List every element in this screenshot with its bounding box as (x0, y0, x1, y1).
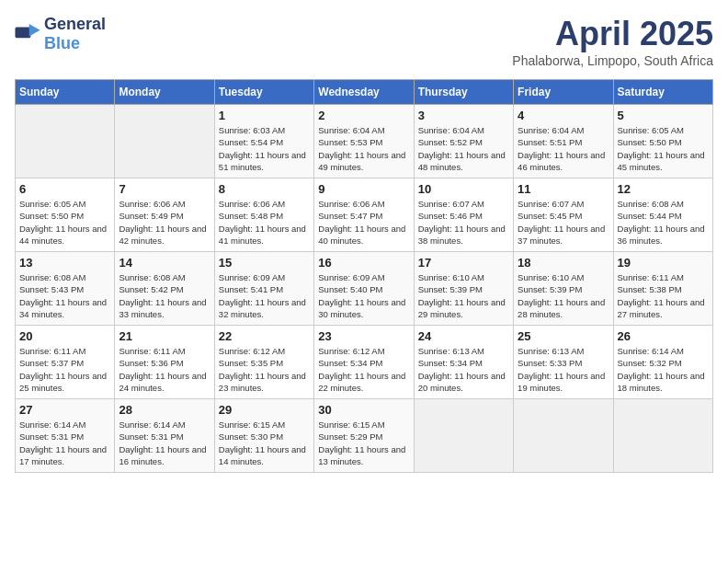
calendar-cell: 14 Sunrise: 6:08 AM Sunset: 5:42 PM Dayl… (115, 252, 214, 326)
calendar-cell: 12 Sunrise: 6:08 AM Sunset: 5:44 PM Dayl… (613, 178, 712, 252)
day-number: 29 (219, 403, 310, 417)
day-detail: Sunrise: 6:04 AM Sunset: 5:51 PM Dayligh… (518, 124, 609, 173)
day-detail: Sunrise: 6:14 AM Sunset: 5:32 PM Dayligh… (618, 345, 709, 394)
page-header: General Blue April 2025 Phalaborwa, Limp… (15, 15, 713, 68)
weekday-header-tuesday: Tuesday (214, 80, 313, 105)
calendar-cell: 19 Sunrise: 6:11 AM Sunset: 5:38 PM Dayl… (613, 252, 712, 326)
calendar-cell: 22 Sunrise: 6:12 AM Sunset: 5:35 PM Dayl… (214, 326, 313, 399)
week-row-5: 27 Sunrise: 6:14 AM Sunset: 5:31 PM Dayl… (16, 399, 713, 473)
calendar-cell: 16 Sunrise: 6:09 AM Sunset: 5:40 PM Dayl… (314, 252, 414, 326)
day-detail: Sunrise: 6:08 AM Sunset: 5:42 PM Dayligh… (119, 271, 210, 320)
logo: General Blue (15, 15, 106, 53)
day-number: 24 (418, 329, 509, 343)
weekday-header-thursday: Thursday (414, 80, 513, 105)
day-number: 13 (19, 256, 110, 270)
day-detail: Sunrise: 6:11 AM Sunset: 5:36 PM Dayligh… (119, 345, 210, 394)
day-number: 25 (518, 329, 609, 343)
day-detail: Sunrise: 6:09 AM Sunset: 5:41 PM Dayligh… (219, 271, 310, 320)
month-title: April 2025 (512, 15, 713, 53)
calendar-cell: 18 Sunrise: 6:10 AM Sunset: 5:39 PM Dayl… (514, 252, 613, 326)
location-subtitle: Phalaborwa, Limpopo, South Africa (512, 53, 713, 68)
calendar-cell: 26 Sunrise: 6:14 AM Sunset: 5:32 PM Dayl… (613, 326, 712, 399)
day-number: 27 (19, 403, 110, 417)
day-number: 19 (618, 256, 709, 270)
calendar-cell: 10 Sunrise: 6:07 AM Sunset: 5:46 PM Dayl… (414, 178, 513, 252)
day-detail: Sunrise: 6:15 AM Sunset: 5:30 PM Dayligh… (219, 419, 310, 467)
calendar-cell: 28 Sunrise: 6:14 AM Sunset: 5:31 PM Dayl… (115, 399, 214, 473)
calendar-cell: 1 Sunrise: 6:03 AM Sunset: 5:54 PM Dayli… (214, 105, 313, 178)
day-number: 28 (119, 403, 210, 417)
calendar-cell (414, 399, 513, 473)
calendar-header: SundayMondayTuesdayWednesdayThursdayFrid… (16, 80, 713, 105)
calendar-cell: 25 Sunrise: 6:13 AM Sunset: 5:33 PM Dayl… (514, 326, 613, 399)
day-number: 17 (418, 256, 509, 270)
calendar-cell: 2 Sunrise: 6:04 AM Sunset: 5:53 PM Dayli… (314, 105, 414, 178)
day-number: 6 (19, 182, 110, 196)
day-number: 26 (618, 329, 709, 343)
day-detail: Sunrise: 6:12 AM Sunset: 5:35 PM Dayligh… (219, 345, 310, 394)
calendar-cell: 30 Sunrise: 6:15 AM Sunset: 5:29 PM Dayl… (314, 399, 414, 473)
calendar-table: SundayMondayTuesdayWednesdayThursdayFrid… (15, 79, 713, 473)
day-number: 21 (119, 329, 210, 343)
day-number: 8 (219, 182, 310, 196)
logo-text-blue: Blue (44, 34, 80, 52)
calendar-cell: 27 Sunrise: 6:14 AM Sunset: 5:31 PM Dayl… (16, 399, 115, 473)
day-number: 7 (119, 182, 210, 196)
day-detail: Sunrise: 6:08 AM Sunset: 5:43 PM Dayligh… (19, 271, 110, 320)
day-detail: Sunrise: 6:06 AM Sunset: 5:48 PM Dayligh… (219, 198, 310, 247)
day-detail: Sunrise: 6:04 AM Sunset: 5:52 PM Dayligh… (418, 124, 509, 173)
day-detail: Sunrise: 6:04 AM Sunset: 5:53 PM Dayligh… (318, 124, 409, 173)
week-row-1: 1 Sunrise: 6:03 AM Sunset: 5:54 PM Dayli… (16, 105, 713, 178)
day-number: 9 (318, 182, 409, 196)
day-detail: Sunrise: 6:05 AM Sunset: 5:50 PM Dayligh… (618, 124, 709, 173)
calendar-cell: 4 Sunrise: 6:04 AM Sunset: 5:51 PM Dayli… (514, 105, 613, 178)
calendar-cell (16, 105, 115, 178)
day-detail: Sunrise: 6:03 AM Sunset: 5:54 PM Dayligh… (219, 124, 310, 173)
calendar-cell: 7 Sunrise: 6:06 AM Sunset: 5:49 PM Dayli… (115, 178, 214, 252)
calendar-cell: 8 Sunrise: 6:06 AM Sunset: 5:48 PM Dayli… (214, 178, 313, 252)
svg-marker-1 (29, 24, 40, 37)
day-detail: Sunrise: 6:15 AM Sunset: 5:29 PM Dayligh… (318, 419, 409, 467)
calendar-cell: 11 Sunrise: 6:07 AM Sunset: 5:45 PM Dayl… (514, 178, 613, 252)
day-detail: Sunrise: 6:10 AM Sunset: 5:39 PM Dayligh… (518, 271, 609, 320)
calendar-cell: 24 Sunrise: 6:13 AM Sunset: 5:34 PM Dayl… (414, 326, 513, 399)
day-number: 5 (618, 109, 709, 122)
calendar-cell: 9 Sunrise: 6:06 AM Sunset: 5:47 PM Dayli… (314, 178, 414, 252)
day-number: 4 (518, 109, 609, 122)
day-number: 2 (318, 109, 409, 122)
calendar-cell: 13 Sunrise: 6:08 AM Sunset: 5:43 PM Dayl… (16, 252, 115, 326)
calendar-cell: 5 Sunrise: 6:05 AM Sunset: 5:50 PM Dayli… (613, 105, 712, 178)
day-detail: Sunrise: 6:09 AM Sunset: 5:40 PM Dayligh… (318, 271, 409, 320)
calendar-cell: 15 Sunrise: 6:09 AM Sunset: 5:41 PM Dayl… (214, 252, 313, 326)
day-number: 14 (119, 256, 210, 270)
day-number: 22 (219, 329, 310, 343)
day-detail: Sunrise: 6:14 AM Sunset: 5:31 PM Dayligh… (119, 419, 210, 467)
day-number: 16 (318, 256, 409, 270)
weekday-header-saturday: Saturday (613, 80, 712, 105)
calendar-cell (115, 105, 214, 178)
day-detail: Sunrise: 6:13 AM Sunset: 5:34 PM Dayligh… (418, 345, 509, 394)
weekday-header-sunday: Sunday (16, 80, 115, 105)
week-row-3: 13 Sunrise: 6:08 AM Sunset: 5:43 PM Dayl… (16, 252, 713, 326)
calendar-cell: 21 Sunrise: 6:11 AM Sunset: 5:36 PM Dayl… (115, 326, 214, 399)
calendar-cell: 20 Sunrise: 6:11 AM Sunset: 5:37 PM Dayl… (16, 326, 115, 399)
logo-text-general: General (44, 15, 106, 33)
day-number: 15 (219, 256, 310, 270)
day-detail: Sunrise: 6:10 AM Sunset: 5:39 PM Dayligh… (418, 271, 509, 320)
day-detail: Sunrise: 6:06 AM Sunset: 5:47 PM Dayligh… (318, 198, 409, 247)
day-number: 30 (318, 403, 409, 417)
title-block: April 2025 Phalaborwa, Limpopo, South Af… (512, 15, 713, 68)
day-detail: Sunrise: 6:11 AM Sunset: 5:37 PM Dayligh… (19, 345, 110, 394)
day-detail: Sunrise: 6:07 AM Sunset: 5:45 PM Dayligh… (518, 198, 609, 247)
calendar-cell (514, 399, 613, 473)
day-detail: Sunrise: 6:05 AM Sunset: 5:50 PM Dayligh… (19, 198, 110, 247)
calendar-cell: 23 Sunrise: 6:12 AM Sunset: 5:34 PM Dayl… (314, 326, 414, 399)
day-number: 10 (418, 182, 509, 196)
day-detail: Sunrise: 6:08 AM Sunset: 5:44 PM Dayligh… (618, 198, 709, 247)
day-detail: Sunrise: 6:07 AM Sunset: 5:46 PM Dayligh… (418, 198, 509, 247)
week-row-4: 20 Sunrise: 6:11 AM Sunset: 5:37 PM Dayl… (16, 326, 713, 399)
day-number: 23 (318, 329, 409, 343)
weekday-header-friday: Friday (514, 80, 613, 105)
logo-icon (15, 24, 40, 44)
day-number: 20 (19, 329, 110, 343)
